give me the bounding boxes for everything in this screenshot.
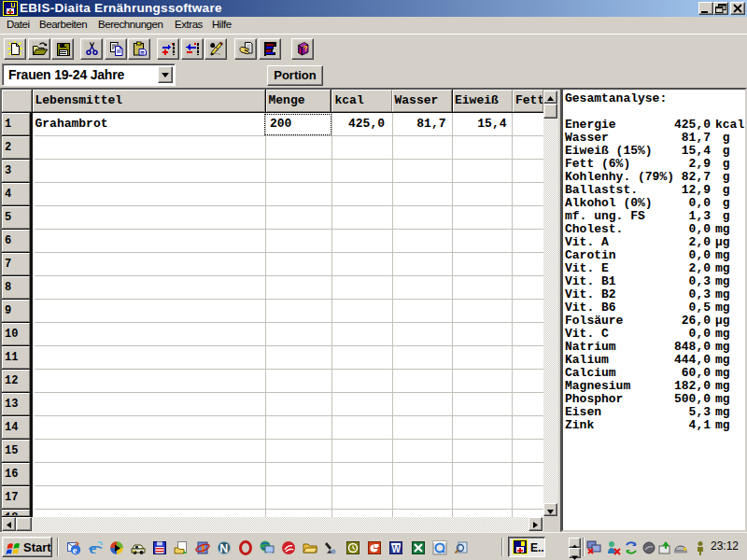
svg-text:N: N bbox=[219, 542, 228, 555]
svg-text:W: W bbox=[392, 544, 402, 554]
svg-text:e: e bbox=[72, 545, 77, 555]
